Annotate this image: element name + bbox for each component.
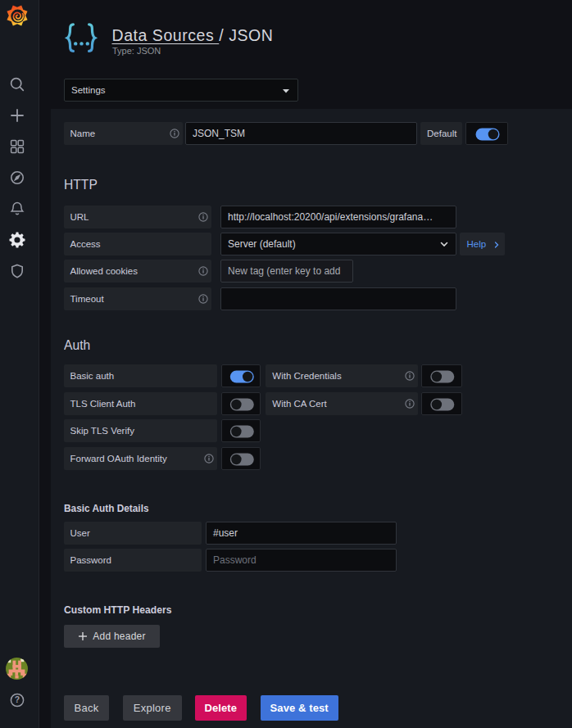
svg-text:?: ? bbox=[14, 694, 19, 704]
